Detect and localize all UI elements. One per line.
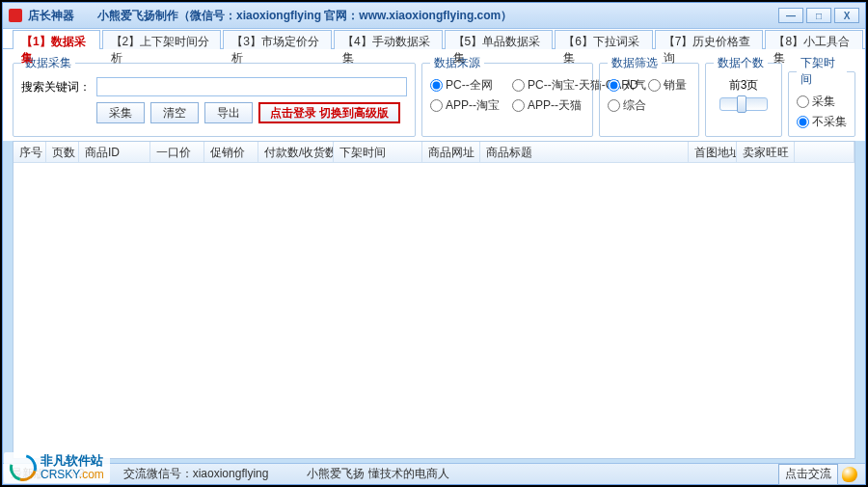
grid-col-header[interactable]: 首图地址: [689, 142, 737, 162]
login-upgrade-button[interactable]: 点击登录 切换到高级版: [258, 102, 400, 123]
slider-thumb-icon[interactable]: [737, 95, 746, 113]
watermark-logo-icon: [5, 449, 41, 486]
grid-col-header[interactable]: 序号: [14, 142, 46, 162]
minimize-button[interactable]: —: [778, 8, 803, 23]
tab-6[interactable]: 【6】下拉词采集: [555, 30, 653, 49]
keyword-label: 搜索关键词：: [21, 79, 91, 95]
statusbar: 最新版本：3.2 交流微信号：xiaoxiongflying 小熊爱飞扬 懂技术…: [3, 463, 865, 484]
page-count-slider[interactable]: [719, 97, 768, 111]
radio-src-3[interactable]: APP--天猫: [512, 97, 584, 114]
data-grid: 序号页数商品ID一口价促销价付款数/收货数下架时间商品网址商品标题首图地址卖家旺…: [13, 141, 855, 459]
radio-src-1[interactable]: PC--淘宝-天猫-CARD: [512, 77, 584, 94]
tab-1[interactable]: 【1】数据采集: [13, 30, 100, 49]
tab-2[interactable]: 【2】上下架时间分析: [102, 30, 222, 49]
radio-src-2[interactable]: APP--淘宝: [430, 97, 502, 114]
grid-col-header[interactable]: 商品ID: [79, 142, 150, 162]
grid-col-header[interactable]: 商品网址: [422, 142, 480, 162]
wechat-info: 交流微信号：xiaoxiongflying: [123, 466, 269, 482]
tab-5[interactable]: 【5】单品数据采集: [445, 30, 554, 49]
keyword-input[interactable]: [96, 77, 407, 96]
tabbar: 【1】数据采集【2】上下架时间分析【3】市场定价分析【4】手动数据采集【5】单品…: [3, 28, 865, 49]
watermark-cn: 非凡软件站: [41, 454, 104, 468]
grid-body[interactable]: [14, 163, 854, 458]
radio-src-0[interactable]: PC--全网: [430, 77, 502, 94]
toolbar: 数据采集 搜索关键词： 采集 清空 导出 点击登录 切换到高级版 数据来源 PC…: [3, 49, 865, 141]
group-data-collect: 数据采集 搜索关键词： 采集 清空 导出 点击登录 切换到高级版: [13, 55, 416, 137]
tab-7[interactable]: 【7】历史价格查询: [655, 30, 764, 49]
grid-col-header[interactable]: 下架时间: [334, 142, 422, 162]
group-data-count: 数据个数 前3页: [705, 55, 782, 137]
tab-4[interactable]: 【4】手动数据采集: [334, 30, 443, 49]
page-count-label: 前3页: [729, 77, 759, 94]
watermark: 非凡软件站 CRSKY.com: [4, 452, 110, 483]
group-legend: 下架时间: [797, 55, 847, 88]
window-subtitle: 小熊爱飞扬制作（微信号：xiaoxiongflying 官网：www.xiaox…: [97, 8, 512, 24]
chat-button[interactable]: 点击交流: [778, 464, 838, 485]
grid-col-header[interactable]: 促销价: [204, 142, 258, 162]
grid-col-header[interactable]: 一口价: [150, 142, 204, 162]
grid-col-header[interactable]: 付款数/收货数: [258, 142, 334, 162]
group-data-source: 数据来源 PC--全网PC--淘宝-天猫-CARDAPP--淘宝APP--天猫: [421, 55, 593, 137]
titlebar: 店长神器 小熊爱飞扬制作（微信号：xiaoxiongflying 官网：www.…: [3, 3, 865, 28]
clear-button[interactable]: 清空: [150, 102, 199, 123]
grid-col-spacer: [795, 142, 854, 162]
penguin-icon[interactable]: [842, 467, 857, 482]
tab-3[interactable]: 【3】市场定价分析: [223, 30, 332, 49]
radio-flt-1[interactable]: 销量: [648, 77, 685, 94]
radio-flt-0[interactable]: 人气: [608, 77, 644, 94]
window-title: 店长神器: [28, 8, 74, 24]
collect-button[interactable]: 采集: [96, 102, 145, 123]
grid-col-header[interactable]: 商品标题: [480, 142, 689, 162]
group-legend: 数据个数: [714, 55, 768, 71]
group-data-filter: 数据筛选 人气销量综合: [599, 55, 699, 137]
close-button[interactable]: X: [834, 8, 859, 23]
group-legend: 数据筛选: [608, 55, 662, 71]
watermark-en: CRSKY.com: [41, 469, 104, 481]
radio-flt-2[interactable]: 综合: [608, 97, 644, 114]
app-logo-icon: [9, 9, 22, 22]
group-offshelf-time: 下架时间 采集不采集: [788, 55, 855, 137]
grid-col-header[interactable]: 页数: [46, 142, 79, 162]
export-button[interactable]: 导出: [204, 102, 253, 123]
maximize-button[interactable]: □: [806, 8, 831, 23]
grid-col-header[interactable]: 卖家旺旺: [737, 142, 795, 162]
radio-tm-0[interactable]: 采集: [797, 94, 847, 110]
slogan: 小熊爱飞扬 懂技术的电商人: [307, 466, 448, 482]
tab-8[interactable]: 【8】小工具合集: [765, 30, 863, 49]
radio-tm-1[interactable]: 不采集: [797, 114, 847, 130]
grid-header: 序号页数商品ID一口价促销价付款数/收货数下架时间商品网址商品标题首图地址卖家旺…: [14, 142, 854, 163]
